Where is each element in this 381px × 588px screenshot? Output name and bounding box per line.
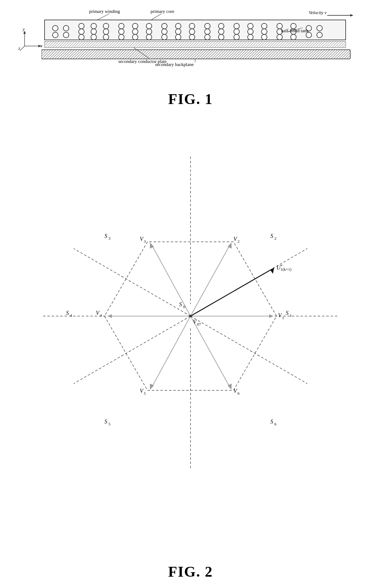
fig2-diagram-svg: V 1 V 2 V 3 V 4 V 5 V 6 V 07 U * 1(k+1) … [18, 132, 363, 549]
svg-text:V: V [140, 236, 144, 242]
fig1-diagram-svg: Velocity v primary winding primary core … [41, 9, 364, 80]
svg-point-15 [79, 34, 84, 40]
svg-point-110 [189, 315, 192, 317]
svg-marker-70 [350, 14, 353, 17]
svg-point-34 [175, 23, 181, 29]
svg-line-85 [74, 316, 190, 384]
coordinate-axes: z y x [18, 28, 43, 52]
svg-text:S: S [179, 301, 182, 308]
svg-point-63 [317, 25, 322, 31]
svg-text:6: 6 [274, 422, 277, 426]
svg-text:S: S [104, 233, 107, 239]
svg-point-13 [79, 23, 84, 29]
svg-text:V: V [234, 388, 238, 394]
svg-line-0 [20, 46, 25, 51]
svg-point-30 [146, 34, 152, 40]
svg-point-46 [234, 23, 239, 29]
svg-point-31 [162, 23, 167, 29]
svg-point-42 [205, 34, 210, 40]
svg-text:S: S [66, 310, 69, 316]
svg-point-9 [53, 25, 58, 31]
svg-text:primary winding: primary winding [89, 9, 120, 14]
svg-point-20 [103, 29, 109, 34]
svg-point-11 [63, 25, 69, 31]
svg-point-25 [132, 23, 138, 29]
svg-text:Velocity v: Velocity v [309, 10, 327, 15]
svg-point-40 [205, 23, 210, 29]
svg-point-51 [248, 34, 253, 40]
svg-line-73 [151, 14, 161, 20]
svg-point-43 [218, 23, 224, 29]
svg-text:V: V [234, 236, 238, 242]
svg-line-104 [153, 316, 190, 385]
svg-point-33 [162, 34, 167, 40]
svg-point-47 [234, 29, 239, 34]
svg-text:2: 2 [238, 239, 240, 244]
svg-text:3: 3 [144, 239, 146, 244]
svg-text:V: V [96, 310, 100, 316]
svg-point-21 [103, 34, 109, 40]
svg-text:U: U [277, 265, 281, 271]
svg-text:6: 6 [238, 391, 240, 396]
fig1-title: FIG. 1 [168, 91, 213, 107]
svg-point-23 [119, 29, 124, 34]
svg-text:z: z [18, 46, 20, 51]
svg-text:S: S [270, 419, 273, 425]
svg-point-64 [317, 32, 322, 38]
svg-point-36 [175, 34, 181, 40]
svg-text:secondary backplane: secondary backplane [155, 62, 194, 67]
svg-text:S: S [270, 233, 273, 239]
svg-point-27 [132, 34, 138, 40]
svg-point-35 [175, 29, 181, 34]
svg-point-10 [53, 32, 58, 38]
svg-text:S: S [104, 419, 107, 425]
svg-text:primary core: primary core [151, 9, 174, 14]
svg-point-53 [261, 29, 267, 34]
svg-rect-68 [41, 50, 350, 59]
svg-point-48 [234, 34, 239, 40]
svg-text:y: y [22, 28, 25, 32]
svg-text:half-filled tank: half-filled tank [281, 28, 309, 33]
svg-point-12 [63, 32, 69, 38]
fig2-container: V 1 V 2 V 3 V 4 V 5 V 6 V 07 U * 1(k+1) … [18, 132, 363, 580]
svg-point-32 [162, 29, 167, 34]
fig1-container: z y x [18, 9, 363, 107]
svg-point-19 [103, 23, 109, 29]
svg-point-39 [189, 34, 195, 40]
svg-point-54 [261, 34, 267, 40]
svg-point-52 [261, 23, 267, 29]
svg-text:1: 1 [282, 315, 284, 320]
svg-text:4: 4 [70, 313, 72, 318]
svg-text:1: 1 [290, 313, 292, 318]
fig2-title: FIG. 2 [168, 563, 213, 580]
svg-point-29 [146, 29, 152, 34]
svg-point-57 [277, 34, 282, 40]
svg-text:S: S [286, 310, 289, 316]
svg-line-108 [190, 269, 272, 316]
svg-text:V: V [278, 312, 282, 319]
svg-line-72 [97, 14, 109, 20]
svg-point-49 [248, 23, 253, 29]
svg-point-38 [189, 29, 195, 34]
svg-point-24 [119, 34, 124, 40]
svg-text:07: 07 [197, 322, 201, 327]
svg-point-41 [205, 29, 210, 34]
svg-text:4: 4 [100, 313, 102, 318]
svg-point-60 [291, 34, 296, 40]
svg-point-37 [189, 23, 195, 29]
svg-point-26 [132, 29, 138, 34]
svg-text:1(k+1): 1(k+1) [281, 267, 292, 272]
svg-rect-66 [45, 41, 346, 48]
svg-text:5: 5 [108, 422, 111, 426]
svg-text:0: 0 [183, 304, 185, 309]
svg-point-17 [91, 29, 96, 34]
svg-point-44 [218, 29, 224, 34]
svg-point-18 [91, 34, 96, 40]
svg-point-28 [146, 23, 152, 29]
svg-point-45 [218, 34, 224, 40]
svg-point-14 [79, 29, 84, 34]
svg-text:3: 3 [108, 236, 111, 241]
svg-point-22 [119, 23, 124, 29]
svg-marker-97 [269, 314, 273, 318]
svg-text:2: 2 [274, 236, 277, 241]
